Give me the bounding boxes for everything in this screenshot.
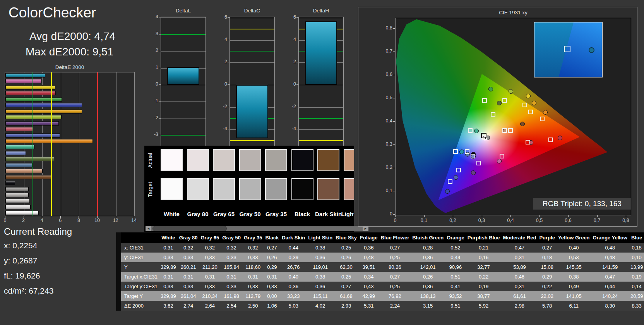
- axis-tick: [296, 62, 298, 62]
- cell: 141,59: [591, 262, 629, 272]
- cie-y-tick-label: 0,5: [375, 95, 392, 100]
- axis-tick: [510, 215, 511, 217]
- cie-measured-marker-blue: [445, 189, 450, 194]
- cie-x-tick-label: 0,3: [475, 218, 489, 223]
- swatch-actual-white: [161, 149, 183, 171]
- cie-measured-marker-orange-yellow: [532, 101, 536, 105]
- column-header-purplish-blue: Purplish Blue: [466, 232, 502, 243]
- cell: 210,34: [199, 291, 221, 301]
- gridline: [161, 85, 206, 85]
- swatch-target-white: [161, 178, 183, 200]
- cell: 5,03: [280, 301, 307, 311]
- cie-target-marker-dark-skin: [508, 128, 513, 133]
- axis-tick: [228, 129, 230, 129]
- deltae-bar-gray-80: [5, 205, 31, 209]
- cell: 0,18: [629, 243, 644, 253]
- cell: 4,02: [307, 301, 334, 311]
- axis-tick: [568, 215, 569, 217]
- cell: 0,27: [334, 282, 358, 291]
- column-header-gray-65: Gray 65: [199, 232, 221, 243]
- axis-tick: [159, 51, 161, 51]
- table-row: Target Y329,89261,04210,34161,98112,790,…: [121, 291, 644, 301]
- deltae-bar-blue-flower: [5, 151, 26, 155]
- axis-tick: [296, 129, 298, 129]
- scroll-right-icon[interactable]: ►: [363, 226, 368, 231]
- axis-tick: [296, 40, 298, 40]
- cell: 62,30: [334, 262, 358, 272]
- axis-tick: [159, 135, 161, 135]
- axis-tick: [393, 75, 395, 75]
- gridline: [116, 72, 116, 216]
- axis-tick: [482, 215, 482, 217]
- current-reading-title: Current Reading: [4, 226, 72, 237]
- row-label: ΔE 2000: [121, 301, 159, 311]
- axis-tick: [79, 216, 79, 218]
- yellow-limit-line: [299, 140, 343, 141]
- gridline: [79, 72, 79, 216]
- x-axis-tick-label: 8: [73, 218, 84, 223]
- y-axis-tick-label: 2: [285, 59, 296, 64]
- cell: 5,31: [358, 301, 379, 311]
- axis-tick: [296, 17, 298, 18]
- axis-tick: [5, 216, 5, 218]
- table-row: y: CIE310,330,330,330,330,330,260,390,36…: [121, 253, 644, 262]
- cell: 0,00: [264, 291, 281, 301]
- axis-tick: [134, 216, 134, 218]
- cie-measured-marker-yellow: [526, 94, 531, 98]
- page-title: ColorChecker: [9, 5, 96, 21]
- cell: 53,89: [501, 262, 538, 272]
- scroll-left-icon[interactable]: ◄: [146, 226, 151, 231]
- cell: 90,96: [445, 262, 466, 272]
- cell: 38,77: [466, 291, 502, 301]
- axis-tick: [453, 215, 453, 217]
- cell: 0,36: [411, 282, 445, 291]
- deltae-bar-blue: [5, 103, 82, 107]
- swatch-scrollbar[interactable]: ◄ ►: [146, 226, 368, 231]
- cell: 0,22: [466, 272, 502, 282]
- swatch-label-black: Black: [289, 211, 316, 217]
- delta-chart-title-deltac: DeltaC: [230, 8, 275, 14]
- y-axis-tick-label: 4: [285, 37, 296, 42]
- row-label: Target Y: [121, 291, 159, 301]
- cie-target-marker-foliage: [491, 112, 495, 117]
- swatch-actual-dark-skin: [317, 149, 339, 171]
- cell: 0,34: [358, 272, 379, 282]
- cell: 118,60: [242, 262, 264, 272]
- swatch-actual-black: [291, 149, 313, 171]
- y-axis-tick-label: 1: [147, 65, 158, 70]
- deltae-bar-gray-35: [5, 187, 29, 191]
- cell: 0,31: [501, 282, 538, 291]
- y-axis-tick-label: -4: [216, 126, 227, 131]
- delta-bar-deltac: [236, 85, 268, 138]
- deltae-bar-black: [5, 181, 15, 185]
- cell: 5,92: [466, 301, 502, 311]
- cell: 0,27: [264, 243, 281, 253]
- cell: 0,33: [242, 253, 264, 262]
- cell: 0,14: [629, 282, 644, 291]
- green-limit-line: [230, 51, 274, 52]
- cell: 0,32: [242, 243, 264, 253]
- delta-chart-deltac: [230, 17, 275, 153]
- scrollbar-thumb[interactable]: [152, 226, 227, 231]
- cie-target-marker-cyan: [453, 149, 458, 154]
- deltae-bar-light-skin: [5, 169, 43, 173]
- swatch-label-gray-80: Gray 80: [185, 211, 211, 217]
- swatch-target-dark-skin: [317, 178, 339, 200]
- swatch-strip: Actual Target WhiteGray 80Gray 65Gray 50…: [144, 146, 354, 232]
- cell: 61,61: [501, 291, 538, 301]
- gridline: [299, 129, 343, 130]
- cell: 0,40: [280, 272, 307, 282]
- cie-y-tick-label: 0,6: [375, 72, 392, 77]
- cell: 0,27: [379, 272, 411, 282]
- cell: 140,24: [591, 291, 629, 301]
- column-header-foliage: Foliage: [358, 232, 379, 243]
- x-axis-tick-label: 12: [110, 218, 121, 223]
- cell: 80,26: [379, 262, 411, 272]
- gridline: [230, 62, 274, 63]
- cie-target-marker-purple: [476, 161, 481, 165]
- cell: 3,62: [159, 301, 178, 311]
- current-reading-line: cd/m²: 67,243: [4, 286, 53, 296]
- column-header-gray-80: Gray 80: [178, 232, 199, 243]
- axis-tick: [424, 215, 425, 217]
- deltae-bar-blue-sky: [5, 163, 33, 167]
